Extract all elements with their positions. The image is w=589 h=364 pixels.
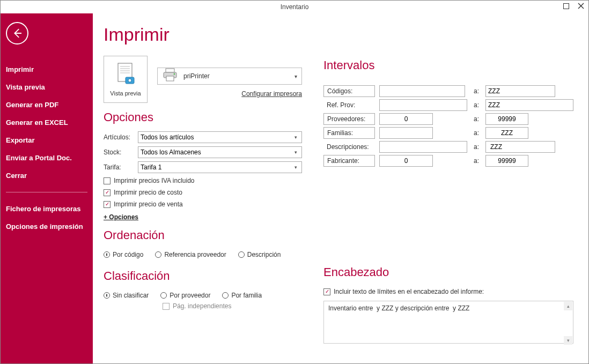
articulos-value: Todos los artículos <box>141 133 194 141</box>
chk-pag-independientes[interactable] <box>163 303 170 310</box>
a-label: a: <box>472 129 481 137</box>
a-label: a: <box>472 115 481 123</box>
scroll-down-icon[interactable]: ▾ <box>564 336 572 345</box>
svg-rect-0 <box>563 3 569 9</box>
sidebar-divider <box>6 192 87 192</box>
radio-por-codigo[interactable]: Por código <box>104 251 143 258</box>
radio-descripcion-label: Descripción <box>247 251 281 258</box>
fabricante-label: Fabricante: <box>323 155 375 167</box>
fabricante-from-input[interactable] <box>379 155 433 167</box>
refprov-from-input[interactable] <box>379 99 467 111</box>
chevron-down-icon: ▾ <box>294 165 299 170</box>
chk-costo-label: Imprimir precio de costo <box>114 189 182 196</box>
radio-icon <box>238 251 245 258</box>
proveedores-label: Proveedores: <box>323 113 375 125</box>
chevron-down-icon: ▾ <box>294 150 299 155</box>
preview-label: Vista previa <box>110 90 141 96</box>
radio-icon <box>104 251 110 258</box>
refprov-to-input[interactable] <box>485 99 573 111</box>
radio-por-codigo-label: Por código <box>113 251 143 258</box>
descripciones-label: Descripciones: <box>323 141 375 153</box>
title-bar: Inventario <box>1 1 588 13</box>
radio-por-proveedor[interactable]: Por proveedor <box>160 292 210 299</box>
radio-sin-clasificar[interactable]: Sin clasificar <box>104 292 149 299</box>
familias-to-input[interactable] <box>485 127 528 139</box>
ordenacion-title: Ordenación <box>104 228 302 242</box>
codigos-to-input[interactable] <box>485 85 555 97</box>
window-maximize-icon[interactable] <box>562 2 570 10</box>
radio-sin-clasificar-label: Sin clasificar <box>113 292 149 299</box>
familias-from-input[interactable] <box>379 127 433 139</box>
refprov-label: Ref. Prov: <box>323 99 375 111</box>
radio-ref-proveedor[interactable]: Referencia proveedor <box>155 251 226 258</box>
radio-por-proveedor-label: Por proveedor <box>170 292 210 299</box>
stock-select[interactable]: Todos los Almacenes ▾ <box>138 146 302 158</box>
tarifa-select[interactable]: Tarifa 1 ▾ <box>138 161 302 173</box>
codigos-label: Códigos: <box>323 85 375 97</box>
nav-enviar-portal[interactable]: Enviar a Portal Doc. <box>6 149 87 167</box>
radio-icon <box>160 292 167 299</box>
chk-venta[interactable] <box>104 201 111 208</box>
encabezado-title: Encabezado <box>323 265 573 279</box>
preview-button[interactable]: Vista previa <box>104 56 148 103</box>
nav-opciones-impresion[interactable]: Opciones de impresión <box>6 218 87 235</box>
encabezado-textarea[interactable] <box>323 301 573 344</box>
a-label: a: <box>472 143 481 151</box>
svg-rect-11 <box>166 69 174 72</box>
chk-incluir-limites[interactable] <box>323 288 330 295</box>
proveedores-to-input[interactable] <box>485 113 528 125</box>
descripciones-from-input[interactable] <box>379 141 467 153</box>
chk-iva[interactable] <box>104 177 111 184</box>
radio-icon <box>155 251 161 258</box>
radio-por-familia[interactable]: Por familia <box>222 292 262 299</box>
chevron-down-icon: ▾ <box>294 135 299 140</box>
nav-imprimir[interactable]: Imprimir <box>6 61 87 78</box>
a-label: a: <box>472 157 481 165</box>
radio-ref-proveedor-label: Referencia proveedor <box>164 251 226 258</box>
back-button[interactable] <box>6 22 28 44</box>
nav-exportar[interactable]: Exportar <box>6 131 87 149</box>
printer-icon <box>162 68 178 84</box>
radio-icon <box>222 292 229 299</box>
svg-rect-13 <box>166 76 174 81</box>
scroll-up-icon[interactable]: ▴ <box>564 302 572 310</box>
chk-costo[interactable] <box>104 189 111 196</box>
printer-select[interactable]: priPrinter ▾ <box>157 68 302 85</box>
fabricante-to-input[interactable] <box>485 155 528 167</box>
svg-point-14 <box>174 73 175 75</box>
stock-value: Todos los Almacenes <box>141 148 201 156</box>
tarifa-value: Tarifa 1 <box>141 164 161 171</box>
textarea-scrollbar[interactable]: ▴ ▾ <box>564 302 572 345</box>
clasificacion-title: Clasificación <box>104 269 302 283</box>
articulos-select[interactable]: Todos los artículos ▾ <box>138 131 302 143</box>
chevron-down-icon: ▾ <box>294 73 297 79</box>
nav-generar-excel[interactable]: Generar en EXCEL <box>6 114 87 131</box>
printer-name: priPrinter <box>183 72 289 80</box>
familias-label: Familias: <box>323 127 375 139</box>
radio-por-familia-label: Por familia <box>231 292 262 299</box>
articulos-label: Artículos: <box>104 133 134 141</box>
descripciones-to-input[interactable] <box>485 141 555 153</box>
window-title: Inventario <box>281 3 309 11</box>
a-label: a: <box>472 87 481 95</box>
nav-generar-pdf[interactable]: Generar en PDF <box>6 96 87 114</box>
chk-iva-label: Imprimir precios IVA incluido <box>114 177 195 184</box>
mas-opciones-link[interactable]: + Opciones <box>104 213 302 221</box>
radio-descripcion[interactable]: Descripción <box>238 251 281 258</box>
svg-point-10 <box>128 79 131 82</box>
nav-fichero-impresoras[interactable]: Fichero de impresoras <box>6 200 87 218</box>
a-label: a: <box>472 101 481 109</box>
window-close-icon[interactable] <box>577 2 585 10</box>
nav-vista-previa[interactable]: Vista previa <box>6 78 87 96</box>
document-preview-icon <box>115 62 136 88</box>
intervalos-title: Intervalos <box>323 58 573 72</box>
nav-cerrar[interactable]: Cerrar <box>6 167 87 184</box>
stock-label: Stock: <box>104 148 134 156</box>
radio-icon <box>104 292 110 299</box>
opciones-title: Opciones <box>104 110 302 124</box>
codigos-from-input[interactable] <box>379 85 465 97</box>
proveedores-from-input[interactable] <box>379 113 433 125</box>
chk-venta-label: Imprimir precio de venta <box>114 200 183 208</box>
tarifa-label: Tarifa: <box>104 164 134 171</box>
configure-printer-link[interactable]: Configurar impresora <box>157 90 302 98</box>
